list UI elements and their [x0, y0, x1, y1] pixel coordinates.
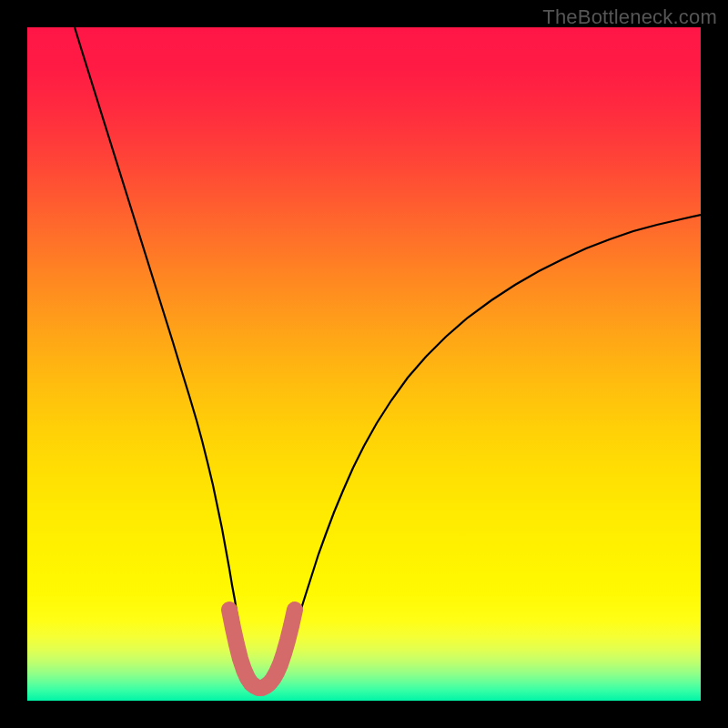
- plot-frame: [27, 27, 701, 701]
- thick-valley: [229, 610, 295, 688]
- watermark-text: TheBottleneck.com: [542, 5, 717, 29]
- chart-curves: [27, 27, 701, 701]
- thin-curve: [75, 27, 701, 686]
